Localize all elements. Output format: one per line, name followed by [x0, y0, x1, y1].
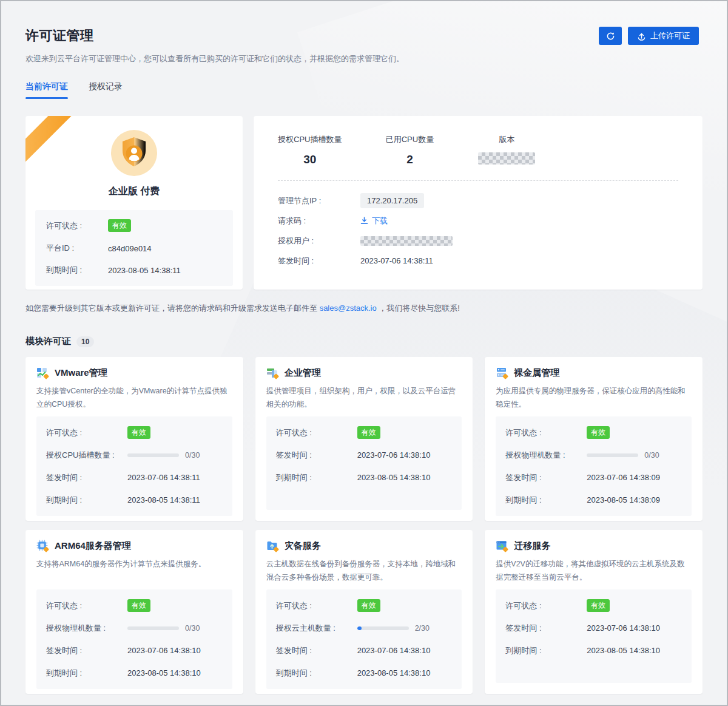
- detail-row-authorized-user: 授权用户 :: [278, 231, 678, 251]
- module-description: 支持接管vCenter的全功能，为VMware的计算节点提供独立的CPU授权。: [36, 385, 232, 412]
- backup-icon: [266, 540, 279, 552]
- module-title: ARM64服务器管理: [55, 540, 131, 552]
- module-title: 企业管理: [285, 367, 321, 379]
- module-row-issued: 签发时间 : 2023-07-06 14:38:11: [36, 466, 232, 489]
- module-description: 提供管理项目，组织架构，用户，权限，以及云平台运营相关的功能。: [266, 385, 462, 412]
- module-description: 支持将ARM64的服务器作为计算节点来提供服务。: [36, 558, 232, 585]
- download-link-label: 下载: [372, 216, 388, 226]
- expire-time-value: 2023-08-05 14:38:11: [127, 495, 200, 504]
- row-label: 签发时间 :: [505, 623, 587, 634]
- module-row-expire: 到期时间 : 2023-08-05 14:38:11: [36, 489, 232, 511]
- issued-time-value: 2023-07-06 14:38:10: [127, 646, 201, 655]
- module-row-expire: 到期时间 : 2023-08-05 14:38:10: [36, 662, 232, 684]
- module-row-status: 许可状态 : 有效: [496, 421, 692, 444]
- row-label: 许可状态 :: [505, 600, 587, 611]
- module-section-title: 模块许可证: [25, 336, 71, 347]
- module-row-status: 许可状态 : 有效: [496, 594, 692, 617]
- tab-bar: 当前许可证 授权记录: [25, 81, 703, 99]
- status-badge: 有效: [587, 426, 610, 439]
- baremetal-icon: [496, 367, 508, 379]
- expire-time-value: 2023-08-05 14:38:10: [127, 668, 201, 677]
- quota-ratio: 0/30: [644, 451, 659, 460]
- module-row-issued: 签发时间 : 2023-07-06 14:38:09: [496, 466, 692, 489]
- license-edition: 企业版 付费: [109, 185, 160, 198]
- module-row-issued: 签发时间 : 2023-07-06 14:38:10: [496, 617, 692, 639]
- module-info-box: 许可状态 : 有效 授权物理机数量 : 0/30 签发时间 : 2023-07-…: [36, 589, 232, 689]
- quota-ratio: 0/30: [185, 451, 200, 460]
- sales-email-link[interactable]: sales@zstack.io: [320, 304, 377, 313]
- license-summary-card: 企业版 付费 许可状态 : 有效 平台ID : c84d09e014 到期时间 …: [25, 116, 243, 290]
- quota-progress-bar: [127, 626, 179, 630]
- row-label: 请求码 :: [278, 216, 360, 226]
- stat-value: 2: [380, 153, 439, 166]
- status-badge: 有效: [357, 426, 380, 439]
- stat-cpu-sockets: 授权CPU插槽数量 30: [278, 134, 342, 167]
- platform-id-value: c84d09e014: [108, 244, 152, 253]
- quota-progress-bar: [357, 626, 409, 630]
- module-description: 为应用提供专属的物理服务器，保证核心应用的高性能和稳定性。: [496, 385, 692, 412]
- module-description: 提供V2V的迁移功能，将其他虚拟环境的云主机系统及数据完整迁移至当前云平台。: [496, 558, 692, 585]
- row-label: 授权CPU插槽数量 :: [46, 450, 127, 461]
- module-row-status: 许可状态 : 有效: [266, 594, 462, 617]
- detail-row-management-ip: 管理节点IP : 172.20.17.205: [278, 191, 678, 211]
- note-text: 如您需要升级到其它版本或更新许可证，请将您的请求码和升级需求发送电子邮件至: [25, 304, 320, 313]
- module-title: 灾备服务: [285, 540, 321, 552]
- module-row-issued: 签发时间 : 2023-07-06 14:38:10: [36, 639, 232, 662]
- shield-user-icon: [110, 129, 158, 177]
- summary-row-platform-id: 平台ID : c84d09e014: [35, 237, 233, 259]
- row-label: 许可状态 :: [276, 427, 357, 438]
- module-info-box: 许可状态 : 有效 授权物理机数量 : 0/30 签发时间 : 2023-07-…: [496, 416, 692, 516]
- download-icon: [360, 217, 368, 225]
- module-info-box: 许可状态 : 有效 授权CPU插槽数量 : 0/30 签发时间 : 2023-0…: [36, 416, 232, 516]
- issued-time-value: 2023-07-06 14:38:09: [587, 473, 660, 482]
- quota-progress-bar: [127, 453, 179, 457]
- row-label: 许可状态 :: [46, 220, 108, 231]
- stat-value: 30: [278, 153, 342, 166]
- row-label: 签发时间 :: [276, 450, 357, 461]
- tab-current-license[interactable]: 当前许可证: [25, 81, 68, 99]
- expire-time-value: 2023-08-05 14:38:10: [357, 668, 431, 677]
- row-label: 管理节点IP :: [278, 195, 360, 206]
- issued-time-value: 2023-07-06 14:38:10: [357, 450, 431, 460]
- tab-authorization-history[interactable]: 授权记录: [89, 81, 123, 99]
- status-badge: 有效: [108, 219, 131, 232]
- arm64-icon: [36, 540, 49, 552]
- download-request-code-link[interactable]: 下载: [360, 216, 388, 226]
- row-label: 到期时间 :: [505, 495, 587, 506]
- stat-label: 已用CPU数量: [380, 134, 439, 145]
- redacted-version-value: [478, 152, 535, 165]
- module-card-enterprise: 企业管理 提供管理项目，组织架构，用户，权限，以及云平台运营相关的功能。 许可状…: [255, 357, 473, 521]
- row-label: 授权用户 :: [278, 236, 360, 246]
- refresh-icon: [606, 32, 615, 41]
- stat-label: 版本: [477, 134, 536, 145]
- license-stats: 授权CPU插槽数量 30 已用CPU数量 2 版本: [278, 134, 678, 167]
- quota-progress-bar: [587, 453, 638, 457]
- stat-version: 版本: [477, 134, 536, 167]
- expire-time-value: 2023-08-05 14:38:10: [587, 646, 660, 655]
- module-row-quota: 授权CPU插槽数量 : 0/30: [36, 444, 232, 466]
- upgrade-note: 如您需要升级到其它版本或更新许可证，请将您的请求码和升级需求发送电子邮件至 sa…: [25, 303, 703, 314]
- issued-time-value: 2023-07-06 14:38:10: [357, 646, 431, 655]
- module-description: 云主机数据在线备份到备份服务器，支持本地，跨地域和混合云多种备份场景，数据更可靠…: [266, 558, 462, 585]
- module-row-expire: 到期时间 : 2023-08-05 14:38:10: [266, 466, 462, 489]
- row-label: 授权物理机数量 :: [46, 623, 127, 634]
- issued-time-value: 2023-07-06 14:38:10: [587, 623, 660, 633]
- status-badge: 有效: [127, 599, 150, 612]
- module-row-quota: 授权物理机数量 : 0/30: [36, 617, 232, 639]
- upload-license-button[interactable]: 上传许可证: [628, 27, 699, 45]
- license-detail-panel: 授权CPU插槽数量 30 已用CPU数量 2 版本 管理节点IP :: [254, 116, 703, 290]
- stat-used-cpu: 已用CPU数量 2: [380, 134, 439, 167]
- row-label: 到期时间 :: [276, 472, 357, 483]
- quota-ratio: 0/30: [185, 624, 200, 633]
- module-title: 裸金属管理: [514, 367, 559, 379]
- row-label: 签发时间 :: [46, 472, 127, 483]
- row-label: 到期时间 :: [46, 495, 127, 506]
- module-title: VMware管理: [55, 367, 107, 379]
- module-card-migration: 迁移服务 提供V2V的迁移功能，将其他虚拟环境的云主机系统及数据完整迁移至当前云…: [485, 530, 703, 694]
- refresh-button[interactable]: [599, 27, 622, 45]
- module-row-status: 许可状态 : 有效: [266, 421, 462, 444]
- stat-label: 授权CPU插槽数量: [278, 134, 342, 145]
- row-label: 许可状态 :: [276, 600, 357, 611]
- module-row-status: 许可状态 : 有效: [36, 594, 232, 617]
- expire-time-value: 2023-08-05 14:38:10: [357, 473, 431, 482]
